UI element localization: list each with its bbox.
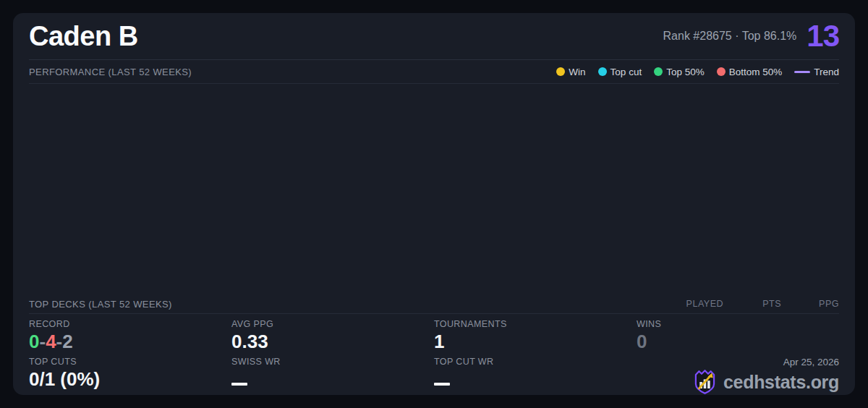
shield-chart-arrow-icon (693, 369, 717, 395)
stat-label: TOURNAMENTS (434, 319, 637, 329)
record-losses: 4 (46, 331, 56, 352)
brand-name: cedhstats.org (723, 372, 839, 393)
swiss-wr-value (231, 369, 434, 390)
stat-record: RECORD 0-4-2 (29, 314, 231, 352)
stat-label: TOP CUT WR (434, 357, 637, 367)
performance-chart-area (29, 84, 839, 294)
top-cut-dot-icon (598, 67, 607, 76)
avg-ppg-value: 0.33 (231, 331, 434, 352)
card-header: Caden B Rank #28675 · Top 86.1% 13 (29, 13, 839, 60)
column-header-pts: PTS (723, 299, 781, 309)
card-footer: Apr 25, 2026 cedhstats.org (637, 352, 839, 395)
stat-label: AVG PPG (231, 319, 434, 329)
legend-label: Win (569, 67, 585, 77)
column-header-played: PLAYED (655, 299, 723, 309)
bottom-50-dot-icon (717, 67, 726, 76)
legend-item-top-cut: Top cut (598, 67, 642, 77)
record-separator: - (39, 331, 46, 352)
empty-value-dash (434, 383, 450, 386)
stat-label: SWISS WR (231, 357, 434, 367)
stat-wins: WINS 0 (637, 314, 839, 352)
rank-text: Rank #28675 · Top 86.1% (663, 30, 797, 43)
top-decks-title: TOP DECKS (LAST 52 WEEKS) (29, 299, 172, 310)
trend-line-icon (794, 71, 810, 73)
stat-swiss-wr: SWISS WR (231, 352, 434, 389)
legend-item-top-50: Top 50% (654, 67, 705, 77)
legend-label: Bottom 50% (729, 67, 783, 77)
top-decks-columns: PLAYED PTS PPG (655, 299, 839, 309)
performance-header: PERFORMANCE (LAST 52 WEEKS) Win Top cut … (29, 60, 839, 84)
stats-row-2: TOP CUTS 0/1 (0%) SWISS WR TOP CUT WR Ap… (29, 352, 839, 395)
stat-top-cut-wr: TOP CUT WR (434, 352, 637, 389)
stat-avg-ppg: AVG PPG 0.33 (231, 314, 434, 352)
stat-label: TOP CUTS (29, 357, 231, 367)
footer-date: Apr 25, 2026 (637, 357, 839, 367)
top-cuts-value: 0/1 (0%) (29, 369, 231, 390)
legend-label: Top cut (610, 67, 642, 77)
score-value: 13 (807, 21, 839, 51)
wins-value: 0 (637, 331, 839, 352)
column-header-ppg: PPG (781, 299, 839, 309)
empty-value-dash (231, 383, 247, 386)
record-wins: 0 (29, 331, 39, 352)
legend-item-trend: Trend (794, 67, 839, 77)
stat-tournaments: TOURNAMENTS 1 (434, 314, 637, 352)
stats-row-1: RECORD 0-4-2 AVG PPG 0.33 TOURNAMENTS 1 … (29, 314, 839, 352)
player-stats-card: Caden B Rank #28675 · Top 86.1% 13 PERFO… (13, 13, 855, 395)
top-decks-header: TOP DECKS (LAST 52 WEEKS) PLAYED PTS PPG (29, 294, 839, 314)
record-draws: 2 (62, 331, 72, 352)
performance-title: PERFORMANCE (LAST 52 WEEKS) (29, 67, 192, 77)
top-50-dot-icon (654, 67, 663, 76)
stat-label: RECORD (29, 319, 231, 329)
chart-legend: Win Top cut Top 50% Bottom 50% Trend (556, 67, 839, 77)
stat-label: WINS (637, 319, 839, 329)
page-title: Caden B (29, 21, 663, 52)
top-cut-wr-value (434, 369, 637, 390)
stat-top-cuts: TOP CUTS 0/1 (0%) (29, 352, 231, 389)
brand-row: cedhstats.org (637, 369, 839, 395)
legend-label: Trend (814, 67, 839, 77)
tournaments-value: 1 (434, 331, 637, 352)
record-separator: - (56, 331, 63, 352)
win-dot-icon (556, 67, 565, 76)
legend-item-bottom-50: Bottom 50% (717, 67, 783, 77)
legend-label: Top 50% (666, 67, 705, 77)
record-value: 0-4-2 (29, 331, 231, 352)
legend-item-win: Win (556, 67, 585, 77)
